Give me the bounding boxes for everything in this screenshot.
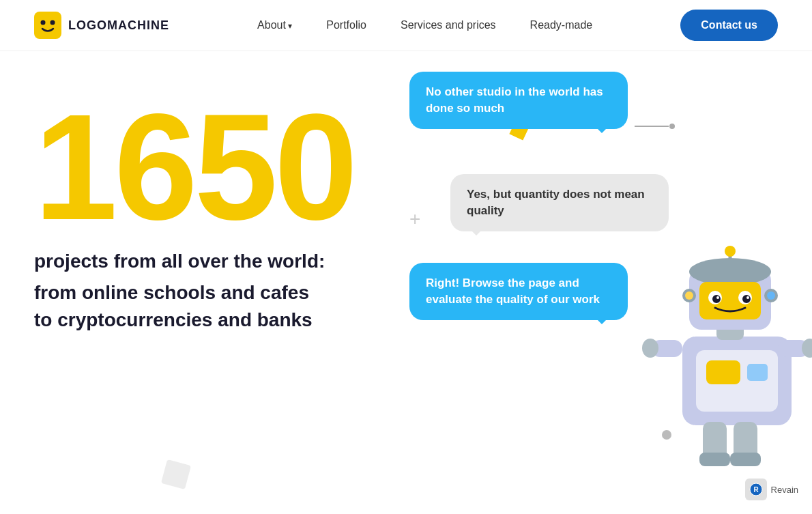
chat-bubble-3: Right! Browse the page and evaluate the … — [409, 263, 628, 320]
svg-point-18 — [746, 296, 749, 299]
svg-point-24 — [767, 291, 775, 300]
nav-readymade[interactable]: Ready-made — [530, 19, 593, 31]
nav-links: About Portfolio Services and prices Read… — [257, 19, 592, 31]
hero-left: 1650 projects from all over the world: f… — [0, 51, 409, 514]
logo[interactable]: LOGOMACHINE — [34, 12, 169, 39]
nav-services[interactable]: Services and prices — [401, 19, 496, 31]
revain-icon: R — [745, 479, 767, 500]
hero-description: from online schools and cafesto cryptocu… — [34, 279, 375, 332]
svg-point-26 — [642, 339, 658, 358]
nav-portfolio[interactable]: Portfolio — [326, 19, 366, 31]
revain-label: Revain — [771, 485, 798, 495]
contact-button[interactable]: Contact us — [680, 10, 778, 41]
hero-section: 1650 projects from all over the world: f… — [0, 51, 812, 514]
svg-rect-12 — [699, 282, 761, 319]
svg-point-20 — [725, 246, 736, 257]
nav-about[interactable]: About — [257, 19, 292, 31]
svg-point-22 — [685, 291, 693, 300]
svg-point-15 — [712, 295, 721, 303]
svg-text:R: R — [753, 486, 759, 494]
robot-illustration — [641, 227, 812, 487]
chat-bubble-1: No other studio in the world has done so… — [409, 72, 628, 129]
hero-right: No other studio in the world has done so… — [409, 51, 812, 514]
chat-bubble-2: Yes, but quantity does not mean quality — [450, 174, 669, 231]
svg-rect-8 — [747, 364, 768, 381]
svg-point-1 — [41, 20, 46, 25]
big-number: 1650 — [34, 92, 375, 242]
logo-text: LOGOMACHINE — [68, 18, 169, 33]
svg-rect-31 — [699, 453, 730, 466]
svg-rect-32 — [730, 453, 761, 466]
svg-point-17 — [716, 296, 719, 299]
deco-white-square — [161, 459, 191, 489]
svg-point-16 — [742, 295, 751, 303]
navbar: LOGOMACHINE About Portfolio Services and… — [0, 0, 812, 51]
svg-rect-7 — [706, 360, 740, 384]
svg-rect-0 — [34, 12, 61, 39]
hero-subtitle: projects from all over the world: — [34, 249, 375, 274]
svg-point-2 — [50, 20, 55, 25]
revain-badge: R Revain — [745, 479, 798, 500]
logo-icon — [34, 12, 61, 39]
